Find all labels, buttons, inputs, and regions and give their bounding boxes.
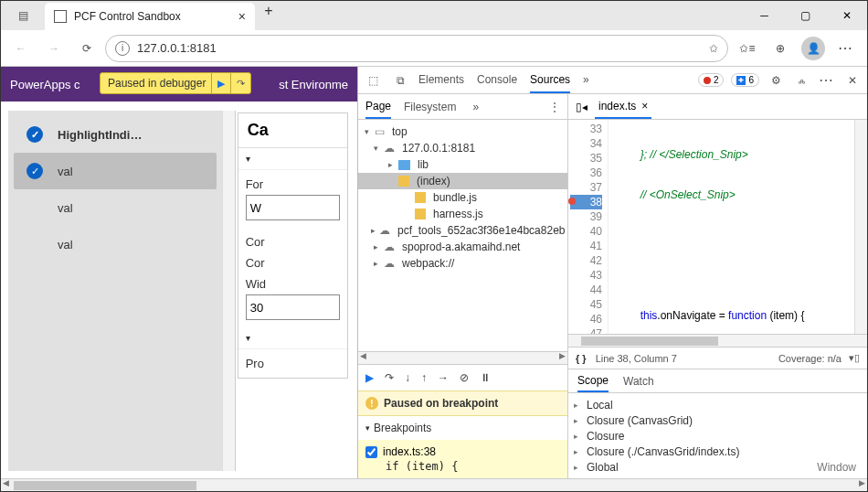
list-item-label: val [58, 201, 73, 215]
tab-elements[interactable]: Elements [418, 73, 464, 87]
scope-item[interactable]: ▸Local [574, 397, 862, 412]
browser-menu-button[interactable]: ⋯ [831, 34, 862, 63]
tab-close-icon[interactable]: × [238, 9, 246, 24]
collections-icon[interactable]: ⊕ [765, 34, 796, 63]
tree-item[interactable]: bundle.js [358, 189, 567, 206]
deactivate-breakpoints-button[interactable]: ⊘ [460, 371, 469, 384]
new-tab-button[interactable]: + [255, 3, 282, 19]
window-minimize-button[interactable]: ─ [744, 1, 785, 30]
tab-actions-icon[interactable]: ▤ [1, 1, 45, 30]
tab-scope[interactable]: Scope [577, 374, 609, 392]
sources-navigator: Page Filesystem » ⋮ ▾top ▾127.0.0.1:8181… [358, 94, 568, 478]
cursor-position: Line 38, Column 7 [596, 353, 677, 364]
line-gutter[interactable]: 33 34 35 36 37 38 39 40 41 42 43 44 45 4… [568, 120, 609, 334]
field-label: Cor [238, 228, 347, 256]
forward-button[interactable]: → [39, 34, 69, 63]
paused-banner: ! Paused on breakpoint [358, 390, 567, 416]
error-count-badge[interactable]: 2 [698, 73, 725, 87]
tab-title: PCF Control Sandbox [74, 10, 231, 23]
favorites-icon[interactable]: ✩≡ [732, 34, 763, 63]
code-hscrollbar[interactable] [568, 334, 867, 347]
tree-item[interactable]: ▸lib [358, 156, 567, 173]
step-into-button[interactable]: ↓ [405, 371, 410, 384]
editor-status-bar: { } Line 38, Column 7 Coverage: n/a ▾▯ [568, 347, 867, 369]
site-info-icon[interactable]: i [115, 41, 130, 56]
list-item[interactable]: ✓ val [14, 189, 217, 226]
page-hscrollbar[interactable] [1, 478, 867, 491]
tree-item[interactable]: ▾top [358, 123, 567, 140]
coverage-status: Coverage: n/a [778, 353, 842, 364]
window-close-button[interactable]: ✕ [826, 1, 867, 30]
devtools-close-icon[interactable]: ✕ [843, 74, 862, 87]
scope-item[interactable]: ▸Closure (./CanvasGrid/index.ts) [574, 444, 862, 459]
profile-button[interactable]: 👤 [798, 34, 829, 63]
debugger-resume-icon[interactable]: ▶ [211, 73, 225, 93]
step-out-button[interactable]: ↑ [421, 371, 427, 384]
step-over-button[interactable]: ↷ [385, 371, 394, 384]
tree-item[interactable]: ▾127.0.0.1:8181 [358, 140, 567, 156]
reload-button[interactable]: ⟳ [72, 34, 101, 63]
message-count-badge[interactable]: ✚6 [731, 73, 759, 87]
feedback-icon[interactable]: ஃ [792, 74, 810, 87]
debugger-step-icon[interactable]: ↷ [230, 73, 245, 93]
back-button[interactable]: ← [6, 34, 36, 63]
tree-item-selected[interactable]: (index) [358, 173, 567, 189]
toggle-sidebar-icon[interactable]: ▾▯ [849, 352, 860, 364]
component-list: ✓ HighlightIndi… ✓ val ✓ val ✓ val [8, 111, 222, 471]
breakpoint-checkbox[interactable] [365, 446, 377, 458]
header-text-left: PowerApps c [10, 78, 80, 91]
tree-item[interactable]: ▸spoprod-a.akamaihd.net [358, 239, 567, 255]
toggle-navigator-icon[interactable]: ▯◂ [576, 101, 587, 113]
close-file-icon[interactable]: × [641, 100, 648, 112]
section-toggle[interactable]: ▾ [246, 154, 340, 164]
scope-item[interactable]: ▸Closure [574, 428, 862, 444]
source-file-tab[interactable]: index.ts× [595, 100, 651, 119]
warning-icon: ! [365, 397, 378, 410]
nav-tab-filesystem[interactable]: Filesystem [404, 101, 456, 113]
tab-watch[interactable]: Watch [623, 375, 654, 388]
tree-item[interactable]: harness.js [358, 206, 567, 222]
list-item[interactable]: ✓ val [14, 153, 217, 189]
tabs-more-icon[interactable]: » [583, 73, 589, 87]
scope-item[interactable]: ▸GlobalWindow [574, 459, 862, 475]
device-toggle-icon[interactable]: ⧉ [391, 74, 409, 87]
inspect-icon[interactable]: ⬚ [364, 74, 382, 87]
list-item-label: val [58, 165, 73, 178]
breakpoints-header[interactable]: ▾Breakpoints [365, 422, 560, 434]
tab-console[interactable]: Console [477, 73, 517, 87]
section-toggle[interactable]: ▾ [246, 333, 340, 343]
paused-label: Paused in debugger [108, 77, 206, 90]
settings-icon[interactable]: ⚙ [767, 74, 785, 87]
code-vscrollbar[interactable] [854, 120, 867, 334]
tree-item[interactable]: ▸webpack:// [358, 255, 567, 272]
toolbar: ← → ⟳ i 127.0.0.1:8181 ✩ ✩≡ ⊕ 👤 ⋯ [1, 30, 867, 67]
field-label: Cor [238, 256, 347, 277]
list-item[interactable]: ✓ HighlightIndi… [14, 116, 217, 153]
tree-item[interactable]: ▸pcf_tools_652ac3f36e1e4bca82eb [358, 222, 567, 239]
window-maximize-button[interactable]: ▢ [785, 1, 826, 30]
list-item[interactable]: ✓ val [14, 226, 217, 262]
field-label: For [246, 177, 340, 191]
favorite-icon[interactable]: ✩ [709, 42, 718, 55]
tab-sources[interactable]: Sources [530, 73, 570, 93]
step-button[interactable]: → [438, 371, 449, 384]
scope-item[interactable]: ▸Closure (CanvasGrid) [574, 412, 862, 428]
check-icon: ✓ [26, 126, 43, 143]
favicon-icon [54, 10, 67, 23]
check-icon: ✓ [26, 163, 43, 179]
form-input[interactable] [246, 195, 340, 220]
address-bar[interactable]: i 127.0.0.1:8181 ✩ [105, 35, 728, 62]
resume-button[interactable]: ▶ [365, 371, 374, 384]
devtools-menu-icon[interactable]: ⋯ [818, 71, 836, 89]
tree-hscrollbar[interactable] [358, 351, 567, 364]
nav-tab-page[interactable]: Page [365, 100, 391, 119]
code-editor[interactable]: 33 34 35 36 37 38 39 40 41 42 43 44 45 4… [568, 120, 867, 334]
browser-tab[interactable]: PCF Control Sandbox × [45, 3, 255, 30]
list-scrollbar[interactable] [222, 111, 234, 471]
breakpoint-item[interactable]: index.ts:38 if (item) { [358, 440, 567, 478]
pretty-print-icon[interactable]: { } [576, 353, 587, 364]
nav-menu-icon[interactable]: ⋮ [549, 101, 560, 113]
pause-exceptions-button[interactable]: ⏸ [480, 371, 491, 384]
nav-tabs-more-icon[interactable]: » [472, 101, 479, 113]
width-input[interactable] [246, 294, 340, 320]
